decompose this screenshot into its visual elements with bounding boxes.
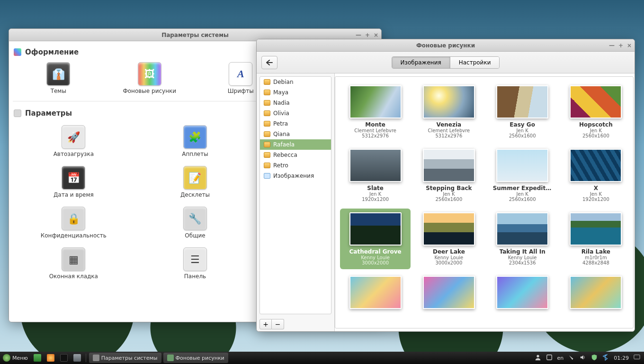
wallpaper-item[interactable]: Slate Jen K 1920x1200 <box>340 145 411 206</box>
show-desktop-button[interactable] <box>31 352 44 364</box>
settings-item[interactable]: 🔧Общие <box>134 207 256 239</box>
collection-item[interactable]: Nadia <box>260 98 331 108</box>
wallpaper-item[interactable]: X Jen K 1920x1200 <box>561 145 631 206</box>
volume-icon[interactable] <box>580 354 586 362</box>
collection-item[interactable]: Olivia <box>260 108 331 118</box>
folder-icon <box>264 90 270 95</box>
wallpaper-item[interactable]: Deer Lake Kenny Louie 3000x2000 <box>413 209 484 269</box>
settings-item-icon: 🧩 <box>183 125 207 149</box>
settings-item[interactable]: 🔒Конфиденциальность <box>13 207 134 239</box>
clock[interactable]: 01:29 <box>614 355 629 361</box>
menu-button[interactable]: Меню <box>0 352 31 364</box>
settings-item[interactable]: 🚀Автозагрузка <box>13 125 134 157</box>
show-desklets-icon[interactable] <box>634 354 640 362</box>
collection-label: Rafaela <box>273 141 295 148</box>
wallpaper-item[interactable]: Venezia Clement Lefebvre 5312x2976 <box>413 82 484 142</box>
wallpaper-resolution: 1920x1200 <box>362 197 389 202</box>
collection-item[interactable]: Qiana <box>260 129 331 139</box>
wallpaper-item[interactable] <box>561 272 631 316</box>
settings-item-label: Шрифты <box>228 88 254 94</box>
images-icon <box>264 173 270 179</box>
terminal-launcher[interactable] <box>57 352 71 364</box>
collection-item[interactable]: Rebecca <box>260 150 331 160</box>
settings-item[interactable]: 📅Дата и время <box>13 166 134 198</box>
shield-icon[interactable] <box>591 354 598 362</box>
minimize-button[interactable]: — <box>356 32 361 38</box>
folder-icon <box>264 100 270 106</box>
wallpaper-item[interactable] <box>340 272 411 316</box>
firefox-launcher[interactable] <box>44 352 57 364</box>
wallpaper-item[interactable]: Cathedral Grove Kenny Louie 3000x2000 <box>340 209 411 269</box>
wallpaper-resolution: 2304x1536 <box>509 260 536 265</box>
svg-rect-1 <box>546 355 552 360</box>
settings-item-label: Панель <box>184 273 206 280</box>
folder-icon <box>264 79 270 85</box>
wallpaper-resolution: 3000x2000 <box>362 260 389 265</box>
wallpaper-item[interactable]: Monte Clement Lefebvre 5312x2976 <box>340 82 411 142</box>
wallpaper-thumbnail <box>423 212 475 246</box>
wallpaper-item[interactable]: Easy Go Jen K 2560x1600 <box>487 82 558 142</box>
display-icon[interactable] <box>568 354 575 362</box>
wallpaper-thumbnail <box>496 212 548 246</box>
tab-settings[interactable]: Настройки <box>450 57 500 68</box>
wallpaper-item[interactable]: Stepping Back Jen K 2560x1600 <box>413 145 484 206</box>
back-button[interactable] <box>261 56 277 69</box>
wallpaper-item[interactable] <box>487 272 558 316</box>
updates-icon[interactable] <box>546 354 553 362</box>
settings-item[interactable]: ▦Оконная кладка <box>13 247 134 286</box>
folder-icon <box>264 110 270 116</box>
settings-item[interactable]: 👔Темы <box>13 62 104 94</box>
wallpaper-item[interactable]: Hopscotch Jen K 2560x1600 <box>561 82 631 142</box>
settings-item[interactable]: 🖼Фоновые рисунки <box>104 62 196 94</box>
wallpaper-item[interactable] <box>413 272 484 316</box>
keyboard-layout-indicator[interactable]: en <box>557 355 564 361</box>
settings-item[interactable]: 🧩Апплеты <box>134 125 256 157</box>
close-button[interactable]: × <box>627 42 632 49</box>
user-icon[interactable] <box>535 354 541 362</box>
collection-item[interactable]: Rafaela <box>260 139 331 150</box>
wallpaper-title: Rila Lake <box>581 248 610 255</box>
settings-item-label: Оконная кладка <box>49 273 98 280</box>
wallpaper-title: X <box>594 185 598 191</box>
minimize-button[interactable]: — <box>609 42 615 49</box>
remove-collection-button[interactable]: − <box>272 319 284 329</box>
wallpaper-scroll-area[interactable]: Monte Clement Lefebvre 5312x2976 Venezia… <box>335 76 634 328</box>
tab-images[interactable]: Изображения <box>392 57 450 68</box>
backgrounds-title: Фоновые рисунки <box>416 42 475 49</box>
bluetooth-icon[interactable] <box>602 354 609 362</box>
settings-item-label: Апплеты <box>182 151 208 157</box>
collection-item[interactable]: Изображения <box>260 171 331 181</box>
collection-item[interactable]: Petra <box>260 118 331 129</box>
firefox-icon <box>47 354 54 362</box>
files-launcher[interactable] <box>71 352 84 364</box>
settings-item[interactable]: ☰Панель <box>134 247 256 286</box>
menu-label: Меню <box>12 355 28 361</box>
close-button[interactable]: × <box>374 32 378 38</box>
collection-label: Debian <box>273 79 294 85</box>
settings-item-label: Дата и время <box>54 191 94 198</box>
wallpaper-item[interactable]: Taking It All In Kenny Louie 2304x1536 <box>487 209 558 269</box>
task-system-settings[interactable]: Параметры системы <box>89 353 161 363</box>
wallpaper-item[interactable]: Rila Lake m1r0r1m 4288x2848 <box>561 209 631 269</box>
maximize-button[interactable]: + <box>618 42 623 49</box>
wallpaper-author: Clement Lefebvre <box>428 128 470 133</box>
task-backgrounds[interactable]: Фоновые рисунки <box>163 353 228 363</box>
terminal-icon <box>60 354 68 362</box>
collection-item[interactable]: Maya <box>260 87 331 98</box>
maximize-button[interactable]: + <box>365 32 370 38</box>
settings-item-icon: ☰ <box>183 247 207 271</box>
add-collection-button[interactable]: + <box>259 319 272 329</box>
wallpaper-resolution: 2560x1600 <box>509 197 536 202</box>
wallpaper-grid: Monte Clement Lefebvre 5312x2976 Venezia… <box>340 82 631 316</box>
wallpaper-title: Easy Go <box>510 121 535 128</box>
wallpaper-thumbnail <box>570 85 622 118</box>
collection-label: Rebecca <box>273 152 297 158</box>
collection-item[interactable]: Debian <box>260 77 331 87</box>
wallpaper-resolution: 1920x1200 <box>582 197 609 202</box>
wallpaper-item[interactable]: Summer Expedit... Jen K 2560x1600 <box>487 145 558 206</box>
collection-label: Изображения <box>273 173 314 179</box>
collection-label: Qiana <box>273 131 290 137</box>
collection-item[interactable]: Retro <box>260 160 331 171</box>
backgrounds-titlebar[interactable]: Фоновые рисунки — + × <box>257 39 635 52</box>
settings-item[interactable]: 📝Десклеты <box>134 166 256 198</box>
